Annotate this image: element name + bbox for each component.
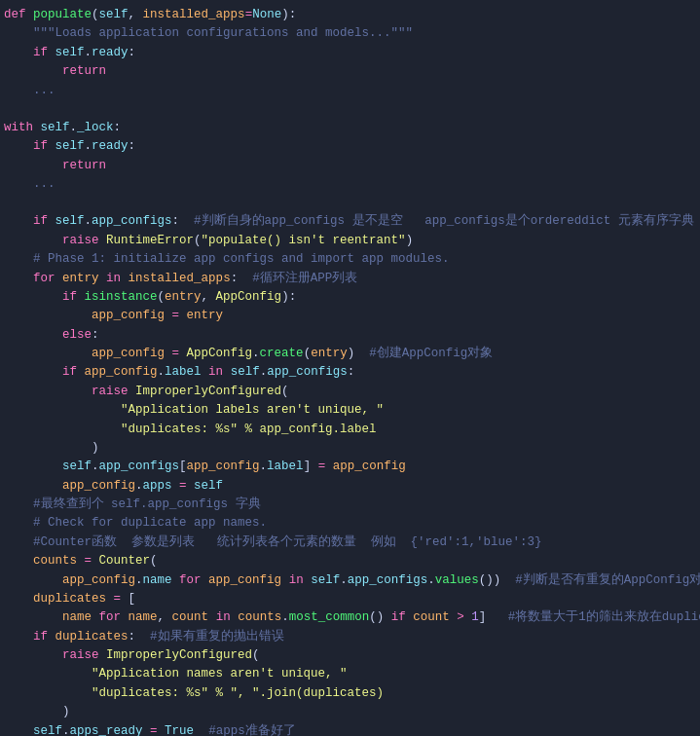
line-content: app_config = entry: [4, 307, 692, 325]
code-line: counts = Counter(: [0, 552, 700, 570]
code-line: if isinstance(entry, AppConfig):: [0, 288, 700, 307]
code-line: app_config.name for app_config in self.a…: [0, 571, 700, 590]
code-line: if app_config.label in self.app_configs:: [0, 363, 700, 382]
code-line: return: [0, 62, 700, 81]
line-content: #Counter函数 参数是列表 统计列表各个元素的数量 例如 {'red':1…: [4, 534, 692, 552]
code-line: ...: [0, 175, 700, 194]
line-content: self.apps_ready = True #apps准备好了: [4, 722, 692, 737]
code-line: self.app_configs[app_config.label] = app…: [0, 458, 700, 476]
line-content: "Application names aren't unique, ": [4, 665, 692, 683]
code-line: "duplicates: %s" % ", ".join(duplicates): [0, 684, 700, 703]
code-line: # Phase 1: initialize app configs and im…: [0, 250, 700, 269]
line-content: return: [4, 62, 692, 81]
code-line: duplicates = [: [0, 590, 700, 608]
line-content: """Loads application configurations and …: [4, 24, 692, 43]
line-content: if duplicates: #如果有重复的抛出错误: [4, 628, 692, 646]
code-line: if self.ready:: [0, 137, 700, 156]
code-line: app_config = entry: [0, 307, 700, 325]
line-content: # Check for duplicate app names.: [4, 514, 692, 533]
code-line: def populate(self, installed_apps=None):: [0, 6, 700, 24]
code-line: "duplicates: %s" % app_config.label: [0, 421, 700, 439]
code-line: ): [0, 703, 700, 721]
line-content: #最终查到个 self.app_configs 字典: [4, 496, 692, 514]
line-content: else:: [4, 326, 692, 345]
code-line: app_config.apps = self: [0, 477, 700, 496]
code-line: ...: [0, 82, 700, 100]
code-line: #最终查到个 self.app_configs 字典: [0, 496, 700, 514]
line-content: ...: [4, 175, 692, 194]
line-content: with self._lock:: [4, 119, 692, 137]
code-line: [0, 194, 700, 212]
line-content: counts = Counter(: [4, 552, 692, 570]
code-line: if self.app_configs: #判断自身的app_configs 是…: [0, 212, 700, 231]
line-content: name for name, count in counts.most_comm…: [4, 608, 700, 627]
code-line: return: [0, 157, 700, 175]
code-line: "Application labels aren't unique, ": [0, 401, 700, 420]
line-content: if self.ready:: [4, 137, 692, 156]
line-content: for entry in installed_apps: #循环注册APP列表: [4, 270, 692, 288]
code-line: #Counter函数 参数是列表 统计列表各个元素的数量 例如 {'red':1…: [0, 534, 700, 552]
code-line: raise ImproperlyConfigured(: [0, 646, 700, 665]
line-content: if self.ready:: [4, 44, 692, 62]
line-content: if isinstance(entry, AppConfig):: [4, 288, 692, 307]
line-content: ): [4, 703, 692, 721]
code-line: name for name, count in counts.most_comm…: [0, 608, 700, 627]
code-line: app_config = AppConfig.create(entry) #创建…: [0, 345, 700, 363]
code-line: [0, 100, 700, 119]
code-line: """Loads application configurations and …: [0, 24, 700, 43]
line-content: app_config.name for app_config in self.a…: [4, 571, 700, 590]
code-line: for entry in installed_apps: #循环注册APP列表: [0, 270, 700, 288]
code-line: with self._lock:: [0, 119, 700, 137]
line-content: def populate(self, installed_apps=None):: [4, 6, 692, 24]
code-line: raise RuntimeError("populate() isn't ree…: [0, 232, 700, 250]
code-line: else:: [0, 326, 700, 345]
code-editor: def populate(self, installed_apps=None):…: [0, 0, 700, 736]
code-line: if duplicates: #如果有重复的抛出错误: [0, 628, 700, 646]
code-line: if self.ready:: [0, 44, 700, 62]
line-content: "Application labels aren't unique, ": [4, 401, 692, 420]
line-content: "duplicates: %s" % app_config.label: [4, 421, 692, 439]
line-content: duplicates = [: [4, 590, 692, 608]
line-content: ): [4, 439, 692, 458]
line-content: raise ImproperlyConfigured(: [4, 383, 692, 401]
line-content: raise RuntimeError("populate() isn't ree…: [4, 232, 692, 250]
line-content: app_config.apps = self: [4, 477, 692, 496]
code-line: raise ImproperlyConfigured(: [0, 383, 700, 401]
line-content: ...: [4, 82, 692, 100]
line-content: self.app_configs[app_config.label] = app…: [4, 458, 692, 476]
line-content: app_config = AppConfig.create(entry) #创建…: [4, 345, 692, 363]
line-content: return: [4, 157, 692, 175]
code-line: "Application names aren't unique, ": [0, 665, 700, 683]
code-line: self.apps_ready = True #apps准备好了: [0, 722, 700, 737]
code-line: # Check for duplicate app names.: [0, 514, 700, 533]
line-content: if app_config.label in self.app_configs:: [4, 363, 692, 382]
code-line: ): [0, 439, 700, 458]
line-content: # Phase 1: initialize app configs and im…: [4, 250, 692, 269]
line-content: "duplicates: %s" % ", ".join(duplicates): [4, 684, 692, 703]
line-content: raise ImproperlyConfigured(: [4, 646, 692, 665]
line-content: if self.app_configs: #判断自身的app_configs 是…: [4, 212, 700, 231]
